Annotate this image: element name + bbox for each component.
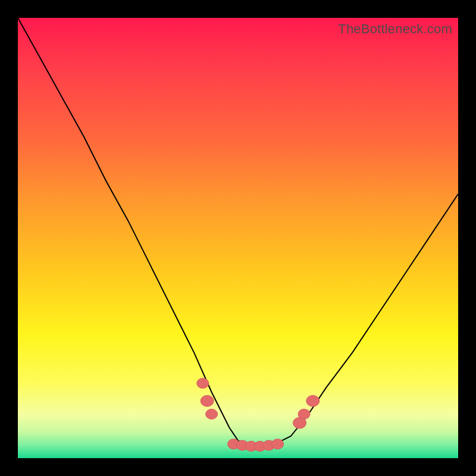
chart-plot-area: TheBottleneck.com xyxy=(18,18,458,458)
curve-line xyxy=(18,18,458,445)
marker-dot xyxy=(306,395,320,406)
marker-group xyxy=(197,378,320,452)
marker-dot xyxy=(201,395,214,406)
marker-dot xyxy=(298,409,310,419)
marker-dot xyxy=(272,439,284,449)
marker-dot xyxy=(206,409,218,419)
marker-dot xyxy=(197,378,209,389)
bottleneck-curve-chart xyxy=(18,18,458,458)
